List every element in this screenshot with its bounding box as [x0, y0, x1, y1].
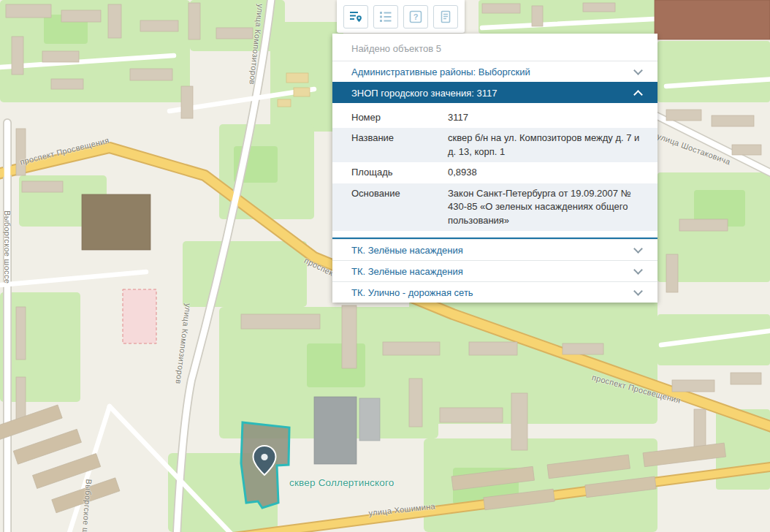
- table-row: Номер 3117: [332, 107, 657, 128]
- row-label: Площадь: [332, 166, 448, 179]
- park-label: сквер Соллертинского: [289, 477, 394, 488]
- row-value: 0,8938: [448, 166, 650, 179]
- row-value: 3117: [448, 111, 650, 124]
- feature-details-table: Номер 3117 Название сквер б/н на ул. Ком…: [332, 103, 657, 239]
- accordion-admin-districts[interactable]: Административные районы: Выборгский: [332, 61, 657, 82]
- chevron-down-icon: [633, 265, 643, 275]
- chevron-down-icon: [633, 244, 643, 254]
- accordion-title: ТК. Улично - дорожная сеть: [351, 287, 473, 298]
- accordion-tk-green-1[interactable]: ТК. Зелёные насаждения: [332, 240, 657, 260]
- document-button[interactable]: [433, 5, 458, 28]
- results-list-pin-icon: [348, 9, 364, 25]
- svg-text:?: ?: [413, 12, 419, 21]
- bottom-accordions: ТК. Зелёные насаждения ТК. Зелёные насаж…: [332, 239, 657, 303]
- table-row: Площадь 0,8938: [332, 162, 657, 183]
- results-count: Найдено объектов 5: [332, 34, 657, 61]
- accordion-tk-green-2[interactable]: ТК. Зелёные насаждения: [332, 260, 657, 281]
- row-label: Название: [332, 132, 448, 159]
- accordion-znop-active[interactable]: ЗНОП городского значения: 3117: [332, 82, 657, 103]
- results-list-pin-button[interactable]: [343, 5, 368, 28]
- chevron-down-icon: [633, 66, 643, 75]
- chevron-down-icon: [633, 286, 643, 296]
- chevron-up-icon: [633, 90, 643, 99]
- accordion-title: ТК. Зелёные насаждения: [351, 245, 463, 256]
- help-button[interactable]: ?: [403, 5, 428, 28]
- row-label: Основание: [332, 187, 448, 227]
- row-value: Закон Санкт-Петербурга от 19.09.2007 № 4…: [448, 187, 650, 227]
- construction-area: [123, 289, 156, 343]
- document-icon: [438, 9, 454, 25]
- accordion-title: ЗНОП городского значения: 3117: [351, 88, 497, 99]
- accordion-title: ТК. Зелёные насаждения: [351, 266, 463, 277]
- street-label: Выборгское шоссе: [3, 210, 12, 284]
- layers-list-icon: [378, 9, 394, 25]
- row-label: Номер: [332, 111, 448, 124]
- table-row: Основание Закон Санкт-Петербурга от 19.0…: [332, 183, 657, 231]
- map-toolbar: ?: [337, 0, 465, 33]
- search-results-panel: Найдено объектов 5 Административные райо…: [332, 34, 657, 303]
- help-icon: ?: [408, 9, 424, 25]
- accordion-title: Административные районы: Выборгский: [351, 66, 530, 77]
- table-row: Название сквер б/н на ул. Композиторов м…: [332, 128, 657, 162]
- layers-list-button[interactable]: [373, 5, 398, 28]
- accordion-tk-road-network[interactable]: ТК. Улично - дорожная сеть: [332, 281, 657, 303]
- row-value: сквер б/н на ул. Композиторов между д. 7…: [448, 132, 650, 159]
